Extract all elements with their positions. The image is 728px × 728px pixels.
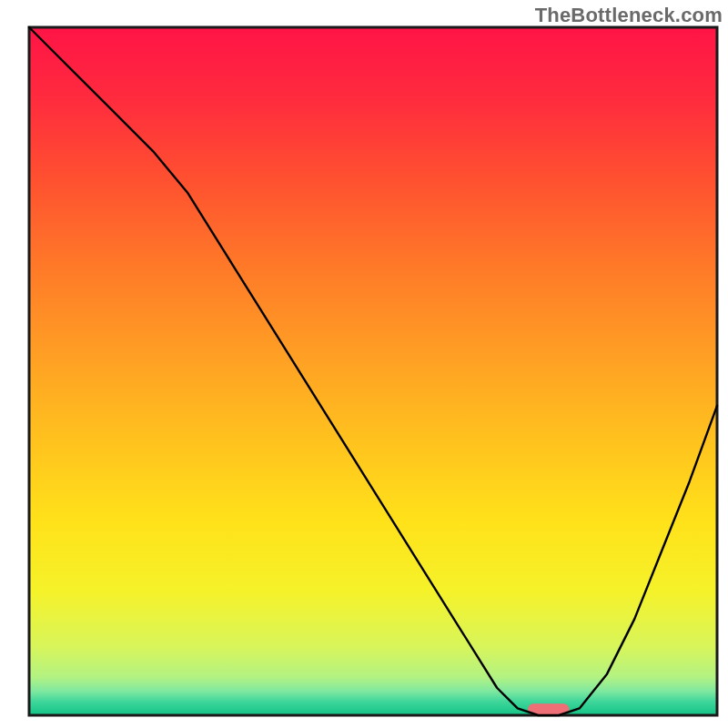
watermark-text: TheBottleneck.com (535, 4, 723, 27)
chart-stage: TheBottleneck.com (0, 0, 728, 728)
bottleneck-chart (0, 0, 728, 728)
